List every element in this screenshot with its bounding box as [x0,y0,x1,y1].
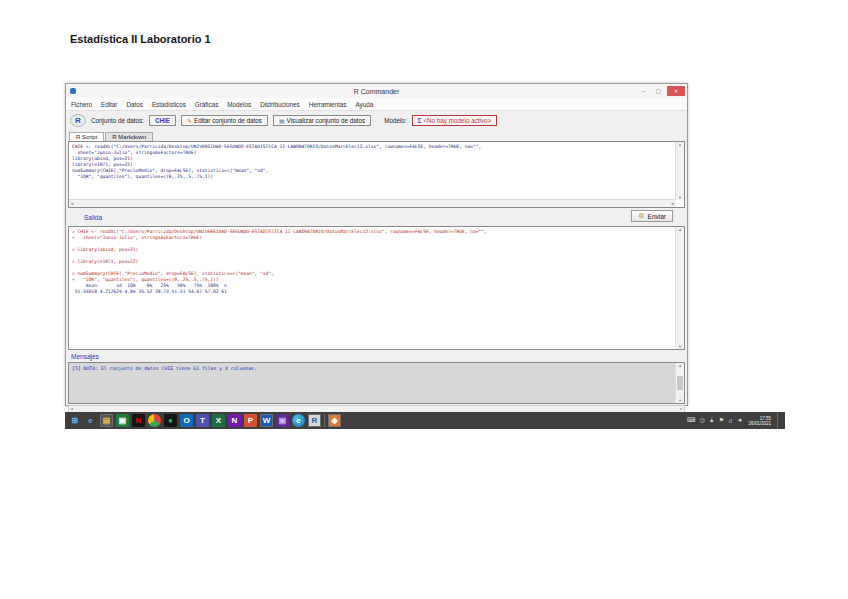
green-app-icon[interactable]: ▣ [116,414,129,427]
document-page: Estadística II Laboratorio 1 R Commander… [0,0,848,599]
console-result-line: 51.55018 4.212624 4.04 35.52 39.73 51.51… [72,289,681,295]
maximize-button[interactable]: ▢ [652,86,665,96]
menu-item-ayuda[interactable]: Ayuda [355,101,373,108]
internet-explorer-icon[interactable]: e [84,414,97,427]
script-text[interactable]: CHIE <- readXL("C:/Users/Parricida/Deskt… [69,142,684,182]
menu-item-editar[interactable]: Editar [101,101,117,108]
file-explorer-icon[interactable]: ▤ [100,414,113,427]
sigma-icon: Σ [418,117,422,124]
view-dataset-label: Visualizar conjunto de datos [287,117,366,124]
r-commander-taskbar-icon[interactable]: R [308,414,321,427]
menu-item-graficas[interactable]: Gráficas [195,101,218,108]
submit-label: Enviar [648,213,666,220]
messages-pane-label: Mensajes [71,353,99,360]
editor-tabs: R Script R Markdown [66,129,687,141]
messages-pane: [5] NOTA: El conjunto de datos CHIE tien… [68,362,685,404]
message-note: [5] NOTA: El conjunto de datos CHIE tien… [72,366,681,371]
toolbar: R Conjunto de datos: CHIE ✎ Editar conju… [66,111,687,129]
output-pane-label: Salida [84,214,102,221]
teams-icon[interactable]: T [196,414,209,427]
minimize-button[interactable]: – [637,86,650,96]
clock-date: 26/01/2021 [748,421,771,426]
window-controls: – ▢ ✕ [637,86,685,96]
page-title: Estadística II Laboratorio 1 [70,33,211,45]
window-title: R Commander [66,88,687,95]
output-vertical-scrollbar[interactable]: ▲▼ [675,227,684,349]
edit-dataset-label: Editar conjunto de datos [194,117,262,124]
word-icon[interactable]: W [260,414,273,427]
r-commander-window: R Commander – ▢ ✕ FicheroEditarDatosEsta… [65,83,688,406]
start-button[interactable]: ⊞ [68,414,81,427]
tab-r-markdown[interactable]: R Markdown [105,132,153,141]
active-dataset-button[interactable]: CHIE [149,115,176,126]
active-model-button[interactable]: Σ <No hay modelo activo> [412,115,498,126]
submit-gear-icon: ⚙ [638,212,644,220]
menu-item-herramientas[interactable]: Herramientas [309,101,347,108]
orange-app-icon[interactable]: ◆ [328,414,341,427]
menu-item-fichero[interactable]: Fichero [71,101,92,108]
view-dataset-button[interactable]: ▤ Visualizar conjunto de datos [273,115,371,126]
show-desktop-button[interactable] [777,412,782,429]
title-bar: R Commander – ▢ ✕ [66,84,687,98]
powerpoint-icon[interactable]: P [244,414,257,427]
menu-item-distribuciones[interactable]: Distribuciones [260,101,300,108]
windows-taskbar: ⊞e▤▣N●●OTXNPW▣eR◆ ⌨◷▲⚑⣴◄ 17:55 26/01/202… [65,412,785,429]
volume-icon[interactable]: ◄ [737,414,743,427]
script-editor[interactable]: CHIE <- readXL("C:/Users/Parricida/Deskt… [68,141,685,208]
taskbar-separator [324,414,325,427]
onenote-icon[interactable]: N [228,414,241,427]
edge-icon[interactable]: e [292,414,305,427]
script-vertical-scrollbar[interactable]: ▲▼ [675,142,684,200]
menu-item-datos[interactable]: Datos [126,101,142,108]
action-center-icon[interactable]: ◷ [700,414,705,427]
excel-icon[interactable]: X [212,414,225,427]
close-button[interactable]: ✕ [667,86,685,96]
pencil-icon: ✎ [187,117,192,124]
table-view-icon: ▤ [279,117,285,124]
model-label: Modelo: [384,117,406,124]
purple-app-icon[interactable]: ▣ [276,414,289,427]
output-console[interactable]: > CHIE <- readXL("C:/Users/Parricida/Des… [68,226,685,350]
menu-bar: FicheroEditarDatosEstadísticosGráficasMo… [66,98,687,111]
netflix-icon[interactable]: N [132,414,145,427]
chrome-icon[interactable]: ● [148,414,161,427]
menu-item-modelos[interactable]: Modelos [227,101,251,108]
flag-icon[interactable]: ⚑ [719,414,724,427]
spotify-icon[interactable]: ● [164,414,177,427]
submit-button[interactable]: ⚙ Enviar [631,210,673,222]
output-header: Salida ⚙ Enviar [66,208,687,226]
script-horizontal-scrollbar[interactable]: ◄► [69,199,676,207]
edit-dataset-button[interactable]: ✎ Editar conjunto de datos [181,115,268,126]
active-model-value: <No hay modelo activo> [423,117,491,124]
active-dataset-value: CHIE [155,117,170,124]
messages-vertical-scrollbar[interactable]: ▲▼ [675,363,684,403]
taskbar-clock[interactable]: 17:55 26/01/2021 [748,416,771,426]
outlook-icon[interactable]: O [180,414,193,427]
touch-keyboard-icon[interactable]: ⌨ [687,414,696,427]
network-icon[interactable]: ⣴ [728,414,732,427]
r-logo-icon: R [70,114,86,127]
tab-r-script[interactable]: R Script [69,132,104,141]
system-tray: ⌨◷▲⚑⣴◄ 17:55 26/01/2021 [687,412,782,429]
messages-header: Mensajes [66,350,687,362]
dataset-label: Conjunto de datos: [91,117,144,124]
menu-item-estadisticos[interactable]: Estadísticos [152,101,186,108]
hidden-icons-chevron[interactable]: ▲ [709,414,715,427]
